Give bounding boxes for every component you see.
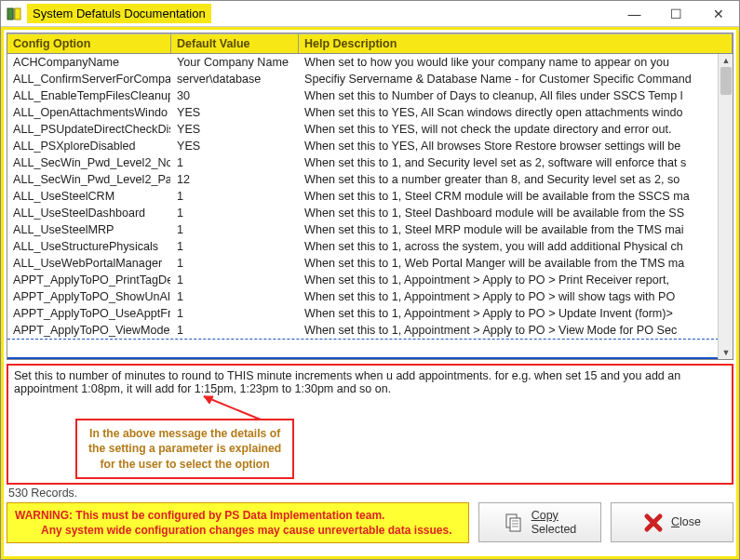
table-row[interactable]: ALL_UseSteelDashboard1When set this to 1… — [7, 205, 733, 221]
annotation-line2: the setting a parameter is explained — [88, 441, 281, 456]
table-row[interactable]: ALL_UseWebPortalManager1When set this to… — [7, 255, 733, 272]
warning-line2: Any system wide configuration changes ma… — [15, 523, 461, 538]
cell: When set this to 1, and Security level s… — [299, 154, 733, 171]
cell: ACHCompanyName — [7, 54, 171, 71]
cell: ALL_UseSteelMRP — [7, 221, 171, 238]
scroll-thumb[interactable] — [720, 67, 732, 95]
table-row[interactable]: ALL_SecWin_Pwd_Level2_Pass12When set thi… — [7, 171, 733, 188]
cell: When set this to YES, All Scan windows d… — [299, 104, 733, 121]
content-area: Config Option Default Value Help Descrip… — [1, 27, 739, 559]
window-title: System Defatuls Documentation — [27, 4, 211, 23]
copy-icon — [504, 513, 524, 533]
table-row[interactable]: ALL_UseSteelCRM1When set this to 1, Stee… — [7, 188, 733, 205]
close-button[interactable]: Close — [611, 502, 733, 542]
cell: When set this to 1, Steel CRM module wil… — [299, 188, 733, 205]
svg-rect-6 — [510, 518, 520, 531]
cell: 1 — [171, 154, 299, 171]
cell: 1 — [171, 255, 299, 272]
table-row[interactable]: APPT_ApplyToPO_PrintTagDe1When set this … — [7, 272, 733, 288]
annotation-box: In the above message the details of the … — [75, 419, 294, 479]
cell: ALL_EnableTempFilesCleanup — [7, 87, 171, 104]
table-row[interactable]: ALL_SecWin_Pwd_Level2_No_1When set this … — [7, 154, 733, 171]
table-row[interactable]: ALL_EnableTempFilesCleanup30When set thi… — [7, 87, 733, 104]
scroll-down-icon[interactable]: ▼ — [719, 346, 733, 359]
cell: When set this to 1, Appointment > Apply … — [299, 305, 733, 322]
cell: APPT_ApplyToPO_ViewMode — [7, 322, 171, 339]
cell: 30 — [171, 87, 299, 104]
warning-box: WARNING: This must be configured by PS D… — [7, 502, 469, 543]
copy-selected-label: Copy Selected — [531, 509, 577, 536]
cell: 1 — [171, 272, 299, 288]
cell: 15 — [171, 357, 299, 360]
cell: ALL_PSUpdateDirectCheckDis — [7, 121, 171, 138]
table-row[interactable]: ALL_OpenAttachmentsWindoYESWhen set this… — [7, 104, 733, 121]
cell: ALL_UseStructurePhysicals — [7, 238, 171, 255]
table-row[interactable]: ALL_UseSteelMRP1When set this to 1, Stee… — [7, 221, 733, 238]
status-bar: 530 Records. — [7, 485, 733, 500]
table-row[interactable]: APPT_ApplyToPO_UseApptFr1When set this t… — [7, 305, 733, 322]
minimize-button[interactable]: — — [613, 1, 655, 27]
cell: ALL_SecWin_Pwd_Level2_Pass — [7, 171, 171, 188]
cell: 1 — [171, 288, 299, 305]
app-icon — [7, 7, 21, 21]
table-row[interactable]: ACHCompanyNameYour Company NameWhen set … — [7, 54, 733, 71]
svg-rect-1 — [15, 8, 20, 20]
insertion-marker — [7, 339, 733, 357]
annotation-line3: for the user to select the option — [88, 457, 281, 472]
table-row[interactable]: APPT_AppointmentTimeRoui15Set this to nu… — [7, 357, 733, 360]
close-window-button[interactable]: ✕ — [697, 1, 739, 27]
grid-body[interactable]: ACHCompanyNameYour Company NameWhen set … — [7, 54, 733, 360]
cell: Set this to number of minutes to round t… — [299, 357, 733, 360]
table-row[interactable]: APPT_ApplyToPO_ShowUnAl1When set this to… — [7, 288, 733, 305]
cell: YES — [171, 121, 299, 138]
cell: YES — [171, 104, 299, 121]
copy-selected-button[interactable]: Copy Selected — [478, 502, 601, 542]
svg-rect-0 — [7, 8, 13, 20]
grid-scrollbar[interactable]: ▲ ▼ — [718, 54, 733, 359]
table-row[interactable]: ALL_ConfirmServerForCompaserver\database… — [7, 71, 733, 87]
cell: APPT_ApplyToPO_UseApptFr — [7, 305, 171, 322]
cell: When set this to 1, Steel MRP module wil… — [299, 221, 733, 238]
cell: When set this to 1, Steel Dashboard modu… — [299, 205, 733, 221]
table-row[interactable]: ALL_UseStructurePhysicals1When set this … — [7, 238, 733, 255]
scroll-up-icon[interactable]: ▲ — [719, 54, 733, 67]
cell: Specifiy Servername & Database Name - fo… — [299, 71, 733, 87]
grid-header: Config Option Default Value Help Descrip… — [7, 33, 733, 54]
cell: When set this to 1, across the system, y… — [299, 238, 733, 255]
cell: When set this to 1, Appointment > Apply … — [299, 288, 733, 305]
cell: ALL_UseWebPortalManager — [7, 255, 171, 272]
cell: When set this to YES, will not check the… — [299, 121, 733, 138]
cell: When set this to YES, All browses Store … — [299, 138, 733, 154]
close-label: Close — [671, 515, 701, 528]
titlebar: System Defatuls Documentation — ☐ ✕ — [1, 1, 739, 27]
cell: When set this to 1, Appointment > Apply … — [299, 272, 733, 288]
detail-text: Set this to number of minutes to round t… — [14, 369, 680, 395]
cell: ALL_SecWin_Pwd_Level2_No_ — [7, 154, 171, 171]
cell: 1 — [171, 205, 299, 221]
cell: 1 — [171, 305, 299, 322]
cell: server\database — [171, 71, 299, 87]
cell: 1 — [171, 221, 299, 238]
annotation-line1: In the above message the details of — [88, 426, 281, 441]
column-header-default[interactable]: Default Value — [171, 33, 299, 53]
config-grid: Config Option Default Value Help Descrip… — [7, 33, 733, 360]
cell: ALL_UseSteelCRM — [7, 188, 171, 205]
cell: YES — [171, 138, 299, 154]
cell: ALL_PSXploreDisabled — [7, 138, 171, 154]
cell: When set this to a number greater than 8… — [299, 171, 733, 188]
cell: APPT_ApplyToPO_ShowUnAl — [7, 288, 171, 305]
column-header-config[interactable]: Config Option — [7, 33, 171, 53]
cell: APPT_AppointmentTimeRoui — [7, 357, 171, 360]
cell: 12 — [171, 171, 299, 188]
detail-panel: Set this to number of minutes to round t… — [7, 364, 733, 485]
cell: 1 — [171, 188, 299, 205]
cell: ALL_UseSteelDashboard — [7, 205, 171, 221]
cell: When set to how you would like your comp… — [299, 54, 733, 71]
maximize-button[interactable]: ☐ — [655, 1, 697, 27]
cell: 1 — [171, 238, 299, 255]
table-row[interactable]: ALL_PSXploreDisabledYESWhen set this to … — [7, 138, 733, 154]
table-row[interactable]: ALL_PSUpdateDirectCheckDisYESWhen set th… — [7, 121, 733, 138]
table-row[interactable]: APPT_ApplyToPO_ViewMode1When set this to… — [7, 322, 733, 339]
column-header-help[interactable]: Help Description — [299, 33, 733, 53]
cell: When set this to Number of Days to clean… — [299, 87, 733, 104]
